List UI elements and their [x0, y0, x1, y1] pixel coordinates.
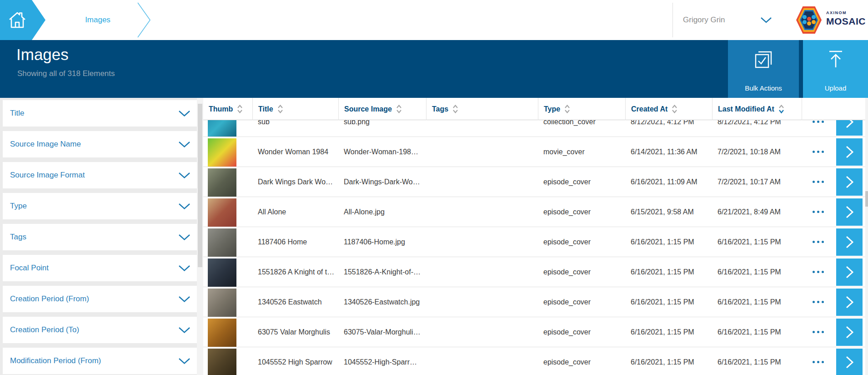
table-row[interactable]: All Alone All-Alone.jpg episode_cover 6/… [203, 197, 865, 227]
filter-accordion-source-image-format[interactable]: Source Image Format [3, 162, 197, 188]
table-scrollbar-thumb[interactable] [865, 191, 868, 207]
thumb-cell [203, 287, 252, 317]
filter-label: Creation Period (From) [10, 286, 89, 312]
column-header-type[interactable]: Type [538, 98, 625, 120]
image-thumbnail[interactable] [208, 138, 236, 167]
column-header-label: Created At [631, 105, 667, 113]
chevron-down-icon[interactable] [760, 17, 772, 24]
sort-icon[interactable] [778, 104, 784, 114]
home-button[interactable] [0, 0, 45, 40]
filter-accordion-source-image-name[interactable]: Source Image Name [3, 131, 197, 157]
chevron-down-icon [178, 265, 191, 272]
table-row[interactable]: sub sub.png collection_cover 8/12/2021, … [203, 120, 865, 137]
table-row[interactable]: 1045552 High Sparrow 1045552-High-Sparr…… [203, 347, 865, 375]
chevron-right-icon [844, 175, 855, 189]
filter-accordion-creation-period-from[interactable]: Creation Period (From) [3, 286, 197, 312]
row-open-button[interactable] [836, 349, 863, 375]
filter-accordion-type[interactable]: Type [3, 193, 197, 219]
bulk-actions-icon [753, 49, 774, 69]
image-thumbnail[interactable] [208, 319, 236, 347]
sort-icon[interactable] [452, 104, 458, 114]
image-thumbnail[interactable] [208, 198, 236, 227]
sort-icon[interactable] [564, 104, 570, 114]
column-header-created-at[interactable]: Created At [625, 98, 712, 120]
upload-button[interactable]: Upload [803, 40, 868, 98]
image-thumbnail[interactable] [208, 258, 236, 287]
filter-accordion-title[interactable]: Title [3, 100, 197, 127]
chevron-down-icon [178, 358, 191, 365]
table-row[interactable]: Wonder Woman 1984 Wonder-Woman-198… movi… [203, 137, 865, 167]
modified-at-cell: 6/16/2021, 1:15 PM [712, 287, 802, 317]
table-row[interactable]: 1551826 A Knight of t… 1551826-A-Knight-… [203, 257, 865, 287]
filter-label: Type [10, 193, 27, 219]
column-header-title[interactable]: Title [252, 98, 338, 120]
filter-accordion-tags[interactable]: Tags [3, 224, 197, 250]
column-header-last-modified-at[interactable]: Last Modified At [712, 98, 802, 120]
sort-icon[interactable] [237, 104, 243, 114]
title-cell: sub [252, 120, 338, 137]
user-menu-name[interactable]: Grigory Grin [683, 0, 725, 40]
chevron-down-icon [178, 172, 191, 179]
table-row[interactable]: Dark Wings Dark Wo… Dark-Wings-Dark-Wo… … [203, 167, 865, 197]
element-count-subtitle: Showing all of 318 Elements [17, 69, 115, 78]
row-open-button[interactable] [836, 319, 863, 346]
source-image-cell: 1551826-A-Knight-of-… [338, 257, 426, 287]
table-row[interactable]: 63075 Valar Morghulis 63075-Valar-Morghu… [203, 317, 865, 347]
source-image-cell: 1340526-Eastwatch.jpg [338, 287, 426, 317]
sort-icon[interactable] [672, 104, 677, 114]
row-open-button[interactable] [836, 138, 863, 166]
row-open-button[interactable] [836, 289, 863, 316]
title-cell: All Alone [252, 197, 338, 227]
tags-cell [426, 347, 538, 375]
type-cell: episode_cover [538, 257, 625, 287]
modified-at-cell: 6/16/2021, 1:15 PM [712, 347, 802, 375]
filter-accordion-creation-period-to[interactable]: Creation Period (To) [3, 317, 197, 343]
type-cell: movie_cover [538, 137, 625, 167]
chevron-down-icon [178, 234, 191, 241]
table-scrollbar[interactable] [865, 98, 868, 375]
chevron-down-icon [178, 203, 191, 210]
breadcrumb-item-images[interactable]: Images [55, 0, 141, 40]
modified-at-cell: 6/16/2021, 1:15 PM [712, 227, 802, 257]
filter-label: Modification Period (From) [10, 348, 101, 374]
image-thumbnail[interactable] [208, 120, 236, 137]
created-at-cell: 6/16/2021, 11:09 AM [625, 167, 712, 197]
image-thumbnail[interactable] [208, 289, 236, 317]
bulk-actions-button[interactable]: Bulk Actions [728, 40, 799, 98]
chevron-right-icon [844, 325, 855, 340]
filter-label: Source Image Format [10, 162, 85, 188]
column-header-thumb[interactable]: Thumb [203, 98, 252, 120]
row-open-button[interactable] [836, 258, 863, 286]
bulk-actions-label: Bulk Actions [728, 84, 799, 92]
row-open-button[interactable] [836, 168, 863, 196]
source-image-cell: Wonder-Woman-198… [338, 137, 426, 167]
title-cell: Dark Wings Dark Wo… [252, 167, 338, 197]
chevron-down-icon [178, 296, 191, 303]
tags-cell [426, 137, 538, 167]
filter-label: Title [10, 100, 25, 127]
row-open-button[interactable] [836, 120, 863, 136]
title-cell: 1551826 A Knight of t… [252, 257, 338, 287]
page-header: Images Showing all of 318 Elements Bulk … [0, 40, 868, 98]
row-open-button[interactable] [836, 198, 863, 226]
row-open-button[interactable] [836, 228, 863, 256]
table-row[interactable]: 1187406 Home 1187406-Home.jpg episode_co… [203, 227, 865, 257]
image-thumbnail[interactable] [208, 349, 236, 375]
filter-accordion-modification-period-from[interactable]: Modification Period (From) [3, 348, 197, 374]
filter-label: Tags [10, 224, 26, 250]
filters-panel: Title Source Image Name Source Image For… [0, 98, 197, 375]
sidebar-scrollbar[interactable] [197, 98, 203, 375]
image-thumbnail[interactable] [208, 228, 236, 257]
created-at-cell: 8/12/2021, 4:12 PM [625, 120, 712, 137]
sidebar-scrollbar-thumb[interactable] [198, 104, 202, 267]
chevron-right-icon [844, 355, 855, 370]
column-header-source-image[interactable]: Source Image [338, 98, 426, 120]
created-at-cell: 6/14/2021, 11:36 AM [625, 137, 712, 167]
sort-icon[interactable] [396, 104, 402, 114]
column-header-tags[interactable]: Tags [426, 98, 538, 120]
sort-icon[interactable] [277, 104, 283, 114]
table-row[interactable]: 1340526 Eastwatch 1340526-Eastwatch.jpg … [203, 287, 865, 317]
image-thumbnail[interactable] [208, 168, 236, 197]
title-cell: Wonder Woman 1984 [252, 137, 338, 167]
filter-accordion-focal-point[interactable]: Focal Point [3, 255, 197, 281]
